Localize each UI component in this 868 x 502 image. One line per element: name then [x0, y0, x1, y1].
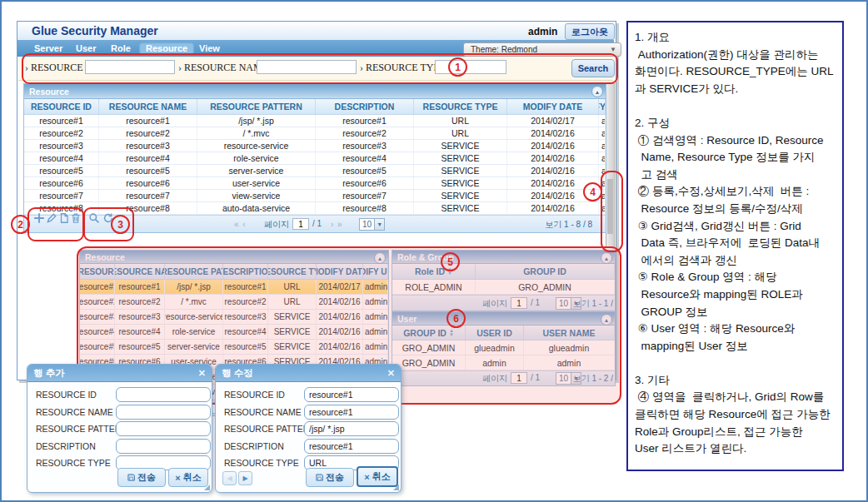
table-row[interactable]: resource#2resource#2/ *.mvcresource#2URL… [24, 127, 606, 140]
page-size-select[interactable]: 10 ▼ [359, 218, 385, 231]
column-header[interactable]: RESOURCE TYPE [414, 99, 507, 114]
cancel-button[interactable]: × 취소 [168, 468, 208, 487]
table-cell: resource#3 [223, 310, 268, 324]
role-group-pager: 페이지 / 1 10 ▼ 보기 1 - 1 / [392, 295, 615, 311]
add-row-icon[interactable] [33, 212, 45, 224]
close-icon[interactable]: ✕ [387, 368, 395, 379]
view-row-icon[interactable] [58, 212, 70, 224]
collapse-icon[interactable]: ▲ [601, 252, 612, 264]
table-row[interactable]: GRO_ADMINglueadminglueadmin [392, 340, 615, 355]
column-header[interactable]: RESOURCE TYP [268, 264, 317, 279]
table-row[interactable]: resource#2resource#2/ *.mvcresource#2URL… [80, 295, 388, 310]
dialog-field-input[interactable] [304, 387, 399, 402]
table-cell: GRO_ADMIN [392, 340, 466, 355]
pager-first-icon[interactable]: « ‹ [234, 220, 247, 229]
column-header[interactable]: MODIFY USER [363, 264, 388, 279]
column-header[interactable]: Role ID▲▼ [392, 264, 476, 279]
pager-last-icon[interactable]: › » [331, 220, 343, 229]
nav-item-user[interactable]: User [69, 42, 102, 54]
description-line [635, 355, 837, 372]
dialog-field-input[interactable] [116, 439, 211, 454]
table-row[interactable]: ROLE_ADMINGRO_ADMIN [392, 280, 615, 295]
dialog-field-input[interactable] [116, 405, 211, 420]
submit-button[interactable]: 전송 [117, 468, 166, 487]
pager-page-label: 페이지 [264, 219, 289, 231]
column-header-label: USER NAME [542, 328, 595, 338]
column-header-label: RESOURCE ID [31, 102, 92, 112]
column-header[interactable]: RESOURCE PAT [165, 264, 223, 279]
column-header-label: DESCRIPTION [223, 267, 268, 276]
table-row[interactable]: resource#1resource#1/jsp/ *.jspresource#… [24, 115, 606, 127]
column-header[interactable]: DESCRIPTION [223, 264, 268, 279]
column-header[interactable]: RESOURCE PATTERN [197, 99, 316, 114]
column-header[interactable]: MODIFY USER [599, 99, 606, 114]
column-header[interactable]: GROUP ID [476, 264, 615, 279]
table-cell: admin [363, 340, 388, 354]
table-row[interactable]: resource#1resource#1/jsp/ *.jspresource#… [80, 280, 388, 295]
nav-item-view[interactable]: View [192, 42, 227, 54]
column-header[interactable]: RESOURI [80, 264, 115, 279]
logout-button[interactable]: 로그아웃 [565, 23, 615, 40]
submit-button[interactable]: 전송 [306, 468, 354, 487]
pager-page-input[interactable] [292, 218, 309, 230]
table-row[interactable]: resource#4resource#4role-serviceresource… [80, 325, 388, 340]
column-header[interactable]: DESCRIPTION [316, 99, 414, 114]
resize-grip[interactable] [393, 485, 399, 490]
column-header[interactable]: USER NAME [524, 326, 615, 340]
cancel-button[interactable]: × 취소 [357, 466, 398, 487]
grid-refresh-icon[interactable] [102, 212, 114, 224]
next-record-icon[interactable]: ▶ [238, 471, 252, 485]
table-cell: admin [524, 355, 615, 370]
save-icon [127, 474, 135, 481]
pager-page-input[interactable] [511, 372, 527, 384]
column-header[interactable]: USER ID [466, 326, 524, 340]
table-row[interactable]: resource#5resource#5server-serviceresour… [24, 165, 606, 177]
column-header-label: GROUP ID [403, 328, 446, 338]
collapse-icon[interactable]: ▲ [374, 252, 386, 264]
prev-record-icon[interactable]: ◀ [222, 471, 237, 485]
table-row[interactable]: resource#4resource#4role-serviceresource… [24, 152, 606, 165]
collapse-icon[interactable]: ▲ [591, 86, 603, 97]
nav-item-role[interactable]: Role [104, 42, 137, 54]
table-row[interactable]: resource#6resource#6user-serviceresource… [24, 177, 606, 190]
delete-row-icon[interactable] [70, 212, 82, 224]
grid-search-icon[interactable] [88, 212, 100, 224]
sort-icon: ▲▼ [449, 329, 454, 337]
pager-view-range: 보기 1 - 2 / [573, 373, 613, 385]
table-cell: SERVICE [414, 202, 507, 214]
table-cell: admin [363, 325, 388, 339]
collapse-icon[interactable]: ▲ [601, 314, 612, 326]
table-cell: resource#3 [24, 140, 99, 152]
dialog-field-input[interactable] [304, 439, 399, 454]
table-cell: admin [363, 280, 388, 294]
column-header[interactable]: RESOURCE NAME [99, 99, 197, 114]
nav-item-resource[interactable]: Resource [139, 42, 194, 54]
dialog-field-row: RESOURCE ID [216, 387, 401, 404]
table-cell: role-service [197, 152, 316, 164]
pager-page-input[interactable] [511, 297, 527, 309]
table-row[interactable]: resource#3resource#3resource-servicereso… [24, 140, 606, 152]
table-cell: resource#7 [99, 190, 197, 201]
dialog-field-input[interactable] [304, 421, 399, 436]
table-row[interactable]: resource#5resource#5server-serviceresour… [80, 340, 388, 355]
table-row[interactable]: resource#7resource#7view-serviceresource… [24, 190, 606, 202]
table-cell: 2014/02/16 [507, 165, 599, 176]
table-cell: SERVICE [414, 165, 507, 176]
nav-item-server[interactable]: Server [27, 42, 69, 54]
column-header[interactable]: RESOURCE ID [24, 99, 99, 114]
dialog-field-input[interactable] [304, 405, 399, 420]
resize-grip[interactable] [204, 485, 210, 490]
table-cell: 2014/02/16 [507, 140, 599, 152]
dialog-field-input[interactable] [116, 387, 211, 402]
save-icon [316, 474, 323, 481]
dialog-field-input[interactable] [116, 421, 211, 436]
column-header[interactable]: RESOURCE NAM [115, 264, 165, 279]
resource-mini-grid-header: RESOURIRESOURCE NAMRESOURCE PATDESCRIPTI… [80, 264, 388, 280]
column-header[interactable]: MODIFY DATE [317, 264, 363, 279]
table-cell: 2014/02/17 [317, 280, 363, 294]
column-header[interactable]: MODIFY DATE [507, 99, 599, 114]
table-row[interactable]: GRO_ADMINadminadmin [392, 355, 615, 370]
table-row[interactable]: resource#3resource#3resource-servicereso… [80, 310, 388, 325]
edit-row-icon[interactable] [46, 212, 57, 224]
close-icon[interactable]: ✕ [198, 368, 206, 379]
